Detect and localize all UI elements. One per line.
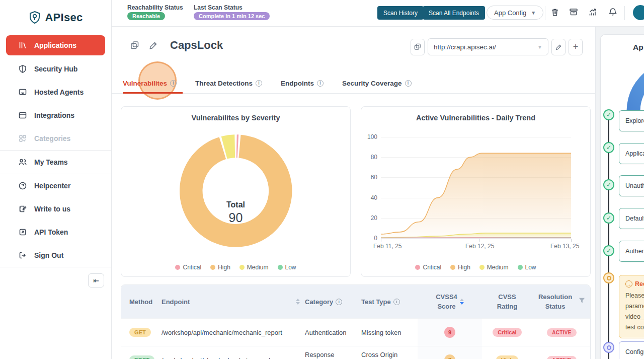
tab-security-coverage[interactable]: Security Coverage i	[342, 73, 412, 93]
last-scan-status-label: Last Scan Status	[194, 4, 243, 11]
col-header-label: Category	[305, 298, 333, 306]
legend-dot	[450, 265, 455, 270]
legend-dot	[518, 265, 523, 270]
test-type-cell: Cross Origin	[361, 351, 397, 358]
onboarding-step[interactable]: Explore y	[619, 110, 644, 131]
sign-out-icon	[18, 251, 27, 260]
sidebar-item-helpcenter[interactable]: Helpcenter	[0, 174, 111, 197]
host-url-select[interactable]: http://crapi.apisec.ai/ ▼	[428, 38, 548, 55]
scan-all-endpoints-button[interactable]: Scan All Endpoints	[423, 6, 485, 20]
sidebar-item-label: Hosted Agents	[34, 88, 84, 96]
sort-cvss4-score[interactable]	[460, 299, 464, 305]
edit-app-name-icon[interactable]	[148, 40, 158, 50]
bell-icon[interactable]	[608, 7, 619, 18]
severity-donut-chart: Total 90	[121, 127, 350, 256]
trash-icon[interactable]	[550, 7, 561, 18]
sidebar-item-write-to-us[interactable]: Write to us	[0, 197, 111, 221]
legend-dot	[175, 265, 180, 270]
app-config-dropdown[interactable]: App Config ▼	[487, 6, 543, 20]
cvss-rating-badge: High	[496, 355, 518, 359]
info-icon[interactable]: i	[336, 299, 342, 305]
chart-legend: Critical High Medium Low	[121, 264, 350, 271]
y-tick-label: 80	[361, 154, 377, 161]
onboarding-step[interactable]: Configure	[619, 341, 644, 359]
info-icon[interactable]: i	[405, 80, 412, 87]
copy-app-name-icon[interactable]	[130, 40, 140, 50]
legend-item[interactable]: Low	[518, 264, 536, 271]
resolution-status-badge: ACTIVE	[547, 328, 576, 337]
sidebar-item-label: Categories	[34, 134, 70, 142]
info-icon[interactable]: i	[256, 80, 262, 87]
col-header-label: Score	[437, 303, 455, 310]
step-done-icon: ✓	[603, 212, 614, 224]
col-header-cvss4-score: CVSS4 Score	[418, 292, 482, 312]
info-icon[interactable]: i	[317, 80, 324, 87]
sidebar-item-integrations[interactable]: Integrations	[0, 104, 111, 127]
scan-history-button[interactable]: Scan History	[377, 6, 424, 20]
legend-item[interactable]: Medium	[239, 264, 269, 271]
archive-icon[interactable]	[569, 7, 580, 18]
sort-endpoint[interactable]	[296, 299, 300, 305]
method-badge: POST	[129, 355, 154, 359]
tab-endpoints[interactable]: Endpoints i	[281, 73, 324, 93]
x-tick-label: Feb 13, 25	[550, 243, 579, 250]
filter-icon[interactable]	[579, 297, 585, 307]
legend-label: Medium	[247, 264, 269, 271]
sidebar-item-applications[interactable]: Applications	[6, 35, 105, 55]
onboarding-step[interactable]: Unauthen	[619, 175, 644, 196]
step-done-icon: ✓	[603, 179, 614, 190]
sidebar-item-label: Write to us	[34, 205, 70, 213]
sidebar-item-hosted-agents[interactable]: Hosted Agents	[0, 81, 111, 104]
chart-title: Active Vulnerabilities - Daily Trend	[361, 114, 590, 122]
legend-item[interactable]: Medium	[479, 264, 509, 271]
col-header-label: Test Type	[361, 298, 391, 306]
step-done-icon: ✓	[603, 245, 614, 256]
tab-threat-detections[interactable]: Threat Detections i	[195, 73, 262, 93]
legend-item[interactable]: Critical	[415, 264, 441, 271]
cvss4-score-badge: 9	[444, 327, 455, 338]
legend-dot	[278, 265, 283, 270]
user-avatar[interactable]	[633, 5, 644, 20]
onboarding-step[interactable]: Authentic	[619, 241, 644, 262]
sidebar-item-sign-out[interactable]: Sign Out	[0, 244, 111, 267]
sidebar-item-label: Applications	[34, 41, 76, 49]
sidebar-item-api-token[interactable]: API Token	[0, 221, 111, 244]
method-badge: GET	[129, 328, 151, 337]
sidebar-item-my-teams[interactable]: My Teams	[0, 151, 111, 174]
analytics-icon[interactable]	[588, 7, 599, 18]
info-icon[interactable]: i	[393, 299, 400, 305]
category-cell: Authentication	[305, 329, 361, 336]
legend-label: Low	[285, 264, 296, 271]
main-content: CapsLock http://crapi.apisec.ai/ ▼ + Vul…	[112, 27, 595, 359]
shield-icon	[18, 64, 27, 74]
table-row[interactable]: GET /workshop/api/mechanic/mechanic_repo…	[121, 318, 590, 346]
sidebar-collapse-button[interactable]: ⇤	[88, 273, 104, 288]
legend-item[interactable]: Critical	[175, 264, 201, 271]
sidebar-item-label: Sign Out	[34, 251, 63, 259]
table-row[interactable]: POST /workshop/api/shop/orders/return_or…	[121, 346, 590, 359]
col-header-endpoint: Endpoint	[162, 298, 305, 306]
onboarding-step[interactable]: Default A	[619, 208, 644, 229]
sidebar-item-security-hub[interactable]: Security Hub	[0, 57, 111, 81]
sidebar-item-label: My Teams	[34, 158, 68, 166]
tab-vulnerabilities[interactable]: Vulnerabilites i	[123, 73, 177, 93]
copy-url-button[interactable]	[411, 39, 425, 55]
trend-area-chart	[381, 137, 571, 238]
legend-item[interactable]: Low	[278, 264, 296, 271]
tab-label: Threat Detections	[195, 80, 253, 87]
info-icon[interactable]: i	[170, 80, 177, 87]
y-tick-label: 0	[361, 235, 377, 242]
onboarding-step[interactable]: Applicatio	[619, 143, 644, 164]
recommendation-text: Please p	[625, 291, 644, 301]
edit-url-button[interactable]	[551, 39, 566, 55]
cvss4-score-badge: 7	[444, 354, 455, 359]
legend-item[interactable]: High	[450, 264, 470, 271]
step-pending-icon	[603, 342, 614, 353]
step-label: Unauthen	[625, 182, 644, 189]
recommendation-box[interactable]: → Recom Please p paramete video_id test …	[619, 275, 644, 338]
add-url-button[interactable]: +	[569, 39, 583, 55]
grid-icon	[18, 134, 27, 143]
legend-dot	[239, 265, 245, 270]
sidebar-item-categories[interactable]: Categories	[0, 127, 111, 150]
legend-item[interactable]: High	[210, 264, 230, 271]
